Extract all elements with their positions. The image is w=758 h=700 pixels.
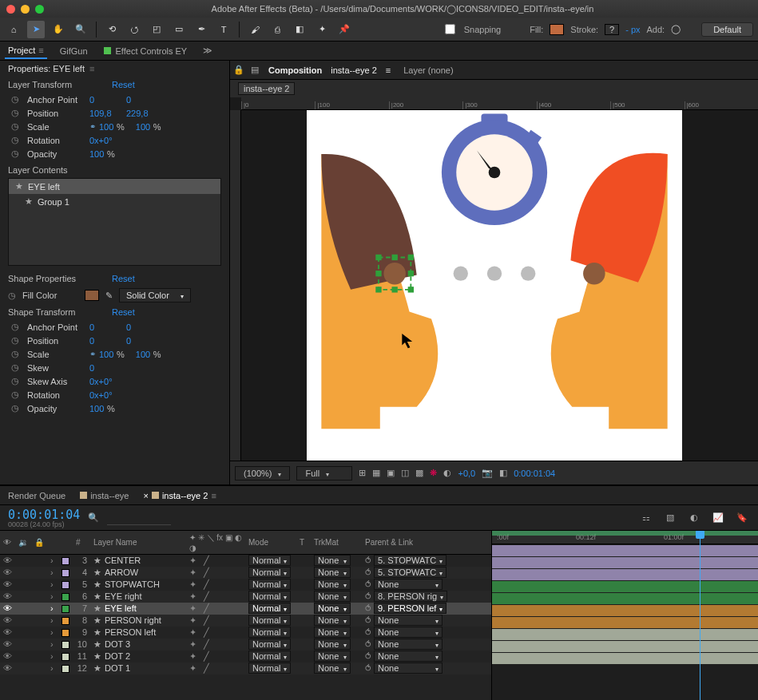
table-row[interactable]: 👁›5★STOPWATCH✦ ╱Normal None ⥀ None xyxy=(0,579,491,591)
layer-bar[interactable] xyxy=(492,629,758,640)
table-row[interactable]: 👁›6★EYE right✦ ╱Normal None ⥀ 8. PERSON … xyxy=(0,591,491,603)
workspace-switcher[interactable]: Default xyxy=(701,22,753,37)
pen-tool[interactable]: ✒ xyxy=(192,21,210,38)
lock-icon[interactable]: 🔒 xyxy=(233,65,244,75)
layer-bar[interactable] xyxy=(492,581,758,592)
rotation-value[interactable]: 0x+0° xyxy=(89,136,113,145)
show-snapshot-icon[interactable]: ◧ xyxy=(499,468,507,478)
col-layername[interactable]: Layer Name xyxy=(90,531,186,555)
markers-icon[interactable]: 🔖 xyxy=(734,512,750,523)
col-trkmat[interactable]: TrkMat xyxy=(311,531,362,555)
table-row[interactable]: 👁›10★DOT 3✦ ╱Normal None ⥀ None xyxy=(0,639,491,651)
stopwatch-icon[interactable]: ◷ xyxy=(8,376,22,386)
stopwatch-icon[interactable]: ◷ xyxy=(8,94,22,105)
grid-toggle-icon[interactable]: ⊞ xyxy=(359,468,366,478)
transparency-icon[interactable]: ▩ xyxy=(415,468,423,478)
layer-bar[interactable] xyxy=(492,605,758,616)
fill-color-swatch[interactable] xyxy=(85,290,99,301)
tabs-overflow[interactable]: ≫ xyxy=(200,43,216,58)
stopwatch-icon[interactable]: ◷ xyxy=(8,291,16,301)
tab-layer-none[interactable]: Layer (none) xyxy=(400,64,456,77)
visibility-col-icon[interactable]: 👁 xyxy=(3,538,11,547)
maximize-window-button[interactable] xyxy=(35,5,44,14)
anchor-point-y[interactable]: 0 xyxy=(126,95,163,105)
stopwatch-icon[interactable]: ◷ xyxy=(8,121,22,132)
st-anchor-y[interactable]: 0 xyxy=(126,322,163,332)
tab-comp-1[interactable]: insta--eye xyxy=(80,491,129,500)
roto-tool[interactable]: ✦ xyxy=(313,21,331,38)
list-item[interactable]: ★Group 1 xyxy=(9,194,220,209)
tab-comp-2[interactable]: ×insta--eye 2≡ xyxy=(143,491,216,500)
magnification-dropdown[interactable]: (100%) xyxy=(235,466,290,481)
subtab-comp[interactable]: insta--eye 2 xyxy=(238,82,295,95)
shape-properties-reset[interactable]: Reset xyxy=(112,274,135,283)
close-window-button[interactable] xyxy=(6,5,15,14)
stopwatch-icon[interactable]: ◷ xyxy=(8,390,22,400)
stopwatch-icon[interactable]: ◷ xyxy=(8,322,22,332)
tab-project[interactable]: Project≡ xyxy=(5,43,47,59)
playhead[interactable] xyxy=(700,531,700,700)
motionblur-icon[interactable]: ◐ xyxy=(686,512,702,523)
composition-canvas[interactable]: |0|100|200|300|400|500|600 xyxy=(230,97,758,461)
current-timecode[interactable]: 0:00:01:04 xyxy=(8,508,80,522)
stopwatch-icon[interactable]: ◷ xyxy=(8,108,22,118)
minimize-window-button[interactable] xyxy=(21,5,30,14)
layer-bar[interactable] xyxy=(492,593,758,604)
graph-editor-icon[interactable]: 📈 xyxy=(710,512,726,523)
col-mode[interactable]: Mode xyxy=(245,531,296,555)
col-t[interactable]: T xyxy=(296,531,311,555)
stopwatch-icon[interactable]: ◷ xyxy=(8,335,22,346)
table-row[interactable]: 👁›9★PERSON left✦ ╱Normal None ⥀ None xyxy=(0,627,491,639)
position-x[interactable]: 109,8 xyxy=(89,109,126,118)
layer-bar[interactable] xyxy=(492,569,758,580)
col-parent[interactable]: Parent & Link xyxy=(362,531,491,555)
brush-tool[interactable]: 🖌 xyxy=(246,21,264,38)
stopwatch-icon[interactable]: ◷ xyxy=(8,349,22,359)
frameblend-icon[interactable]: ▧ xyxy=(662,512,678,523)
flowchart-icon[interactable]: ▤ xyxy=(251,65,259,75)
stopwatch-icon[interactable]: ◷ xyxy=(8,135,22,145)
st-skewaxis-value[interactable]: 0x+0° xyxy=(89,377,113,386)
colormgmt-icon[interactable]: ❋ xyxy=(430,468,437,478)
tab-gifgun[interactable]: GifGun xyxy=(57,44,91,58)
tab-composition[interactable]: Composition insta--eye 2 ≡ xyxy=(265,64,394,77)
st-position-x[interactable]: 0 xyxy=(89,336,126,346)
layer-search-input[interactable] xyxy=(107,511,171,525)
st-rotation-value[interactable]: 0x+0° xyxy=(89,390,113,400)
stopwatch-icon[interactable]: ◷ xyxy=(8,148,22,159)
snapshot-icon[interactable]: 📷 xyxy=(482,468,493,478)
table-row[interactable]: 👁›7★EYE left✦ ╱Normal None ⥀ 9. PERSON l… xyxy=(0,603,491,615)
exposure-reset-icon[interactable]: ◐ xyxy=(443,468,451,478)
layer-bar[interactable] xyxy=(492,653,758,664)
resolution-dropdown[interactable]: Full xyxy=(296,466,352,481)
add-shape-button[interactable]: ◯ xyxy=(671,24,681,34)
table-row[interactable]: 👁›11★DOT 2✦ ╱Normal None ⥀ None xyxy=(0,651,491,662)
layer-bar[interactable] xyxy=(492,617,758,628)
zoom-tool[interactable]: 🔍 xyxy=(72,21,89,38)
stopwatch-icon[interactable]: ◷ xyxy=(8,403,22,413)
st-skew-value[interactable]: 0 xyxy=(89,363,126,373)
home-button[interactable]: ⌂ xyxy=(5,21,22,38)
eraser-tool[interactable]: ◧ xyxy=(291,21,308,38)
snapping-checkbox[interactable] xyxy=(445,24,455,34)
properties-menu-icon[interactable]: ≡ xyxy=(89,64,94,73)
tab-effect-controls[interactable]: Effect Controls EY xyxy=(101,44,191,58)
shape-transform-reset[interactable]: Reset xyxy=(112,307,135,317)
clone-tool[interactable]: ⎙ xyxy=(268,21,286,38)
puppet-tool[interactable]: 📌 xyxy=(335,21,353,38)
selection-tool[interactable]: ➤ xyxy=(27,21,45,38)
shy-toggle-icon[interactable]: ⚏ xyxy=(638,512,654,523)
st-anchor-x[interactable]: 0 xyxy=(89,322,126,332)
stopwatch-icon[interactable]: ◷ xyxy=(8,362,22,373)
orbit-tool[interactable]: ⟲ xyxy=(103,21,121,38)
current-time[interactable]: 0:00:01:04 xyxy=(514,469,555,478)
stroke-width-value[interactable]: - px xyxy=(625,25,640,34)
rect-tool[interactable]: ▭ xyxy=(170,21,188,38)
anchor-point-x[interactable]: 0 xyxy=(89,95,126,105)
hand-tool[interactable]: ✋ xyxy=(50,21,67,38)
search-icon[interactable]: 🔍 xyxy=(88,512,99,523)
table-row[interactable]: 👁›3★CENTER✦ ╱Normal None ⥀ 5. STOPWATC xyxy=(0,555,491,567)
st-position-y[interactable]: 0 xyxy=(126,336,163,346)
mask-toggle-icon[interactable]: ▣ xyxy=(387,468,395,478)
link-icon[interactable]: ⚭ xyxy=(89,122,96,131)
